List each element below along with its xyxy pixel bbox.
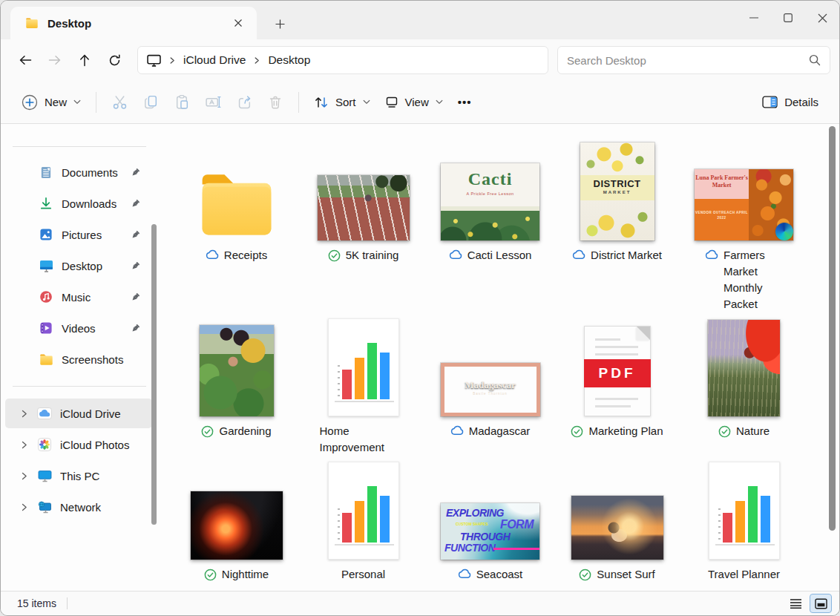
thumbnail-text: Madagascar — [444, 379, 537, 391]
downloads-icon — [39, 197, 56, 210]
main-scrollbar[interactable] — [829, 126, 836, 531]
sidebar-item-this-pc[interactable]: This PC — [5, 461, 152, 491]
new-button[interactable]: New — [14, 88, 88, 117]
synced-status-icon — [201, 425, 214, 438]
chevron-right-icon[interactable] — [14, 441, 33, 449]
icloud-status-icon — [458, 569, 471, 579]
paste-button[interactable] — [166, 88, 197, 117]
cacti-thumbnail: CactiA Prickle Free Lesson — [441, 163, 539, 240]
new-tab-button[interactable] — [267, 11, 292, 36]
refresh-button[interactable] — [102, 47, 127, 73]
file-travel-planner[interactable]: Travel Planner — [708, 459, 780, 583]
sidebar-item-icloud-photos[interactable]: iCloud Photos — [5, 430, 152, 459]
numbers-thumbnail — [328, 462, 399, 560]
more-icon: ••• — [458, 96, 472, 108]
file-farmers-market-monthly-packet[interactable]: Luna Park Farmer's MarketVENDOR OUTREACH… — [695, 140, 793, 312]
pdf-thumbnail: PDF — [584, 326, 651, 416]
thumbnail-text: PDF — [584, 359, 651, 387]
share-button[interactable] — [229, 88, 260, 117]
back-button[interactable] — [13, 47, 38, 73]
sidebar-item-label: Pictures — [62, 229, 102, 241]
file-nighttime[interactable]: Nighttime — [191, 459, 283, 583]
rename-button[interactable] — [197, 88, 229, 117]
icloud-status-icon — [705, 249, 718, 260]
sidebar-item-icloud-drive[interactable]: iCloud Drive — [5, 399, 152, 428]
sidebar-item-music[interactable]: Music — [5, 282, 152, 312]
copy-button[interactable] — [135, 88, 166, 117]
maximize-button[interactable] — [771, 1, 805, 35]
sidebar-item-desktop[interactable]: Desktop — [5, 251, 152, 281]
details-button-label: Details — [784, 96, 818, 108]
thumbnail-view-button[interactable] — [810, 594, 832, 613]
close-tab-icon[interactable] — [229, 13, 248, 33]
file-sunset-surf[interactable]: Sunset Surf — [571, 459, 663, 583]
file-name: Farmers Market Monthly Packet — [723, 247, 783, 312]
sidebar-item-pictures[interactable]: Pictures — [5, 220, 152, 249]
address-bar[interactable]: iCloud Drive Desktop — [137, 46, 548, 74]
chevron-down-icon — [363, 99, 370, 105]
sidebar-item-label: iCloud Drive — [60, 407, 121, 420]
tab-desktop[interactable]: Desktop — [10, 7, 257, 39]
sidebar-divider — [13, 146, 146, 147]
sidebar-scrollbar[interactable] — [151, 224, 157, 525]
district-thumbnail: DISTRICTMARKET — [580, 142, 654, 240]
chevron-right-icon — [253, 56, 260, 65]
items-count: 15 items — [17, 597, 56, 609]
sidebar-item-downloads[interactable]: Downloads — [5, 189, 152, 218]
thumbnail-text: A Prickle Free Lesson — [441, 191, 539, 196]
more-button[interactable]: ••• — [450, 90, 479, 114]
farmers-thumbnail: Luna Park Farmer's MarketVENDOR OUTREACH… — [695, 169, 793, 240]
file-district-market[interactable]: DISTRICTMARKETDistrict Market — [572, 140, 662, 312]
sidebar-item-network[interactable]: Network — [5, 492, 152, 522]
search-box[interactable] — [557, 46, 830, 74]
sidebar-item-screenshots[interactable]: Screenshots — [5, 344, 152, 374]
breadcrumb-icloud-drive[interactable]: iCloud Drive — [183, 53, 246, 67]
file-personal[interactable]: Personal — [328, 459, 399, 583]
file-name: Home Improvement — [320, 423, 407, 456]
minimize-button[interactable] — [737, 1, 771, 35]
thumbnail-text: CUSTOM SHAPES — [456, 522, 488, 526]
chevron-right-icon[interactable] — [14, 503, 33, 511]
thumbnail-text: Basile Thornton — [444, 392, 537, 396]
forward-button[interactable] — [42, 47, 68, 73]
sidebar-item-videos[interactable]: Videos — [5, 313, 152, 343]
folder-thumbnail — [197, 168, 276, 240]
up-button[interactable] — [72, 47, 97, 73]
sidebar-item-documents[interactable]: Documents — [5, 157, 152, 187]
file-thumbnail: Luna Park Farmer's MarketVENDOR OUTREACH… — [695, 140, 793, 240]
details-button[interactable]: Details — [755, 90, 826, 114]
cut-button[interactable] — [104, 88, 135, 117]
track-thumbnail — [318, 175, 410, 240]
file-home-improvement[interactable]: Home Improvement — [320, 316, 407, 456]
sort-button[interactable]: Sort — [306, 90, 378, 115]
search-input[interactable] — [567, 54, 809, 67]
thumbnail-text: DISTRICT — [580, 178, 654, 189]
chevron-right-icon[interactable] — [14, 472, 33, 480]
file-thumbnail — [191, 459, 283, 560]
file-label: Gardening — [201, 423, 271, 439]
sidebar-item-label: iCloud Photos — [60, 439, 129, 451]
file-5k-training[interactable]: 5K training — [318, 140, 410, 312]
sidebar-item-label: Desktop — [62, 260, 102, 272]
file-nature[interactable]: Nature — [708, 316, 780, 456]
documents-icon — [39, 166, 56, 180]
chevron-right-icon[interactable] — [14, 410, 33, 418]
file-cacti-lesson[interactable]: CactiA Prickle Free LessonCacti Lesson — [441, 140, 539, 312]
file-madagascar[interactable]: MadagascarBasile ThorntonMadagascar — [441, 316, 540, 456]
sidebar-item-label: Screenshots — [62, 353, 123, 366]
status-bar: 15 items — [1, 591, 839, 615]
icloud-status-icon — [450, 425, 464, 436]
pin-icon — [131, 292, 140, 302]
breadcrumb-desktop[interactable]: Desktop — [268, 53, 310, 67]
file-seacoast[interactable]: EXPLORINGCUSTOM SHAPESFORMTHROUGHFUNCTIO… — [441, 459, 539, 583]
list-view-button[interactable] — [784, 594, 807, 613]
close-button[interactable] — [805, 1, 839, 35]
file-receipts[interactable]: Receipts — [197, 140, 276, 312]
icloud-drive-icon — [33, 407, 56, 419]
file-name: Cacti Lesson — [467, 247, 532, 263]
view-button[interactable]: View — [378, 90, 450, 114]
file-gardening[interactable]: Gardening — [200, 316, 274, 456]
delete-button[interactable] — [260, 88, 291, 117]
file-marketing-plan[interactable]: PDFMarketing Plan — [571, 316, 663, 456]
icloud-photos-icon — [33, 438, 56, 451]
